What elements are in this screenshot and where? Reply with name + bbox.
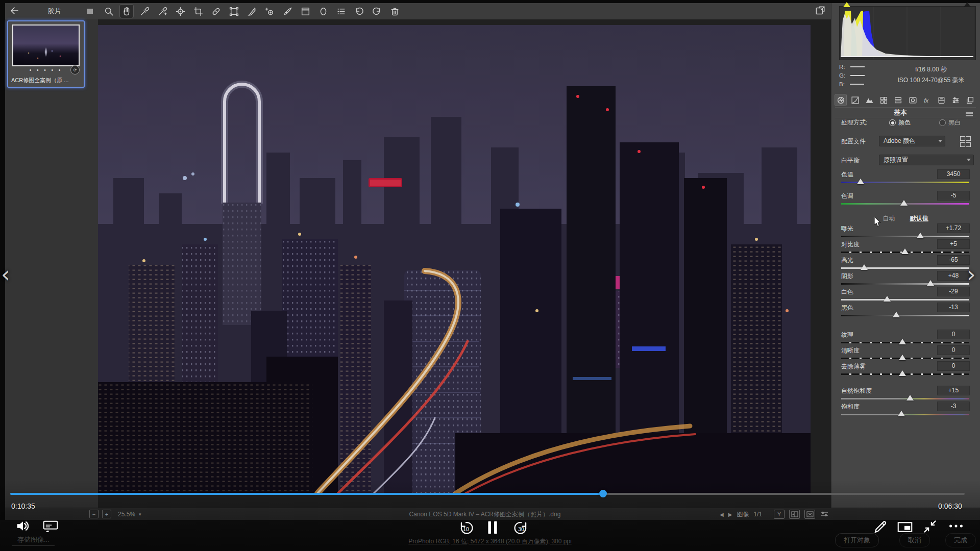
slider-thumb[interactable] — [857, 179, 864, 184]
slider-track[interactable] — [841, 203, 969, 205]
export-icon[interactable] — [815, 5, 826, 16]
save-image-button[interactable]: 存储图像... — [12, 535, 55, 546]
slider-track[interactable] — [841, 398, 969, 399]
slider-value[interactable]: 0 — [937, 345, 970, 355]
done-button[interactable]: 完成 — [945, 533, 976, 547]
color-sampler-icon[interactable] — [156, 5, 169, 18]
adjustment-brush-icon[interactable] — [245, 5, 258, 18]
prev-image-icon[interactable]: ◀ — [720, 512, 724, 517]
default-link[interactable]: 默认值 — [910, 215, 928, 222]
notes-pencil-icon[interactable] — [873, 519, 888, 535]
next-video-chevron[interactable]: › — [967, 261, 976, 287]
filmstrip-menu-icon[interactable] — [87, 9, 93, 14]
slider-value[interactable]: 0 — [937, 361, 970, 371]
tab-detail[interactable] — [864, 94, 875, 106]
graduated-filter-icon[interactable] — [299, 5, 312, 18]
copy-settings-icon[interactable] — [804, 510, 815, 519]
slider-thumb[interactable] — [901, 248, 909, 254]
prev-video-chevron[interactable]: ‹ — [1, 261, 10, 287]
tab-hsl[interactable] — [878, 94, 890, 106]
tab-lens-corrections[interactable] — [907, 94, 918, 106]
wb-select[interactable]: 原照设置 — [879, 155, 974, 165]
hand-icon[interactable] — [120, 5, 133, 18]
tab-calibration[interactable] — [936, 94, 947, 106]
zoom-out-button[interactable]: − — [89, 510, 99, 518]
workflow-options-link[interactable]: ProPhoto RGB; 16 位; 5472 x 3648 (20.0 百万… — [260, 537, 720, 546]
slider-track[interactable] — [841, 358, 969, 359]
slider-value[interactable]: +5 — [937, 239, 970, 249]
more-options-icon[interactable] — [948, 523, 964, 529]
targeted-adjustment-icon[interactable] — [174, 5, 187, 18]
slider-thumb[interactable] — [893, 312, 900, 317]
slider-value[interactable]: -13 — [937, 303, 970, 312]
back-arrow-icon[interactable] — [7, 4, 20, 17]
histogram[interactable] — [839, 6, 976, 60]
slider-track[interactable] — [841, 373, 969, 375]
slider-thumb[interactable] — [900, 200, 908, 206]
slider-track[interactable] — [841, 299, 969, 300]
zoom-dropdown-icon[interactable]: ▾ — [139, 512, 141, 517]
forward-30-icon[interactable]: 30 — [512, 519, 530, 537]
highlight-clipping-icon[interactable] — [964, 2, 971, 7]
pip-icon[interactable] — [897, 521, 913, 533]
exit-fullscreen-icon[interactable] — [923, 519, 937, 534]
tab-split-toning[interactable] — [893, 94, 904, 106]
slider-track[interactable] — [841, 182, 969, 183]
slider-track[interactable] — [841, 342, 969, 343]
volume-icon[interactable] — [15, 518, 31, 534]
process-color-radio[interactable]: 颜色 — [889, 118, 911, 127]
rewind-10-icon[interactable]: 10 — [457, 519, 475, 537]
slider-value[interactable]: +1.72 — [937, 223, 970, 233]
slider-track[interactable] — [841, 252, 969, 253]
process-bw-radio[interactable]: 黑白 — [939, 118, 961, 127]
auto-link[interactable]: 自动 — [883, 215, 895, 222]
panel-menu-icon[interactable] — [966, 112, 973, 114]
open-object-button[interactable]: 打开对象 — [835, 533, 879, 547]
slider-track[interactable] — [841, 236, 969, 237]
slider-thumb[interactable] — [861, 264, 868, 270]
before-after-y-icon[interactable]: Y — [774, 510, 785, 519]
slider-value[interactable]: +48 — [937, 271, 970, 281]
view-mode-icon[interactable] — [820, 511, 829, 518]
presets-list-icon[interactable] — [334, 5, 348, 18]
subtitles-icon[interactable] — [43, 519, 58, 533]
slider-track[interactable] — [841, 267, 969, 269]
cancel-button[interactable]: 取消 — [899, 533, 930, 547]
photo-canvas[interactable] — [98, 25, 811, 493]
pause-button[interactable] — [486, 519, 499, 536]
slider-value[interactable]: 3450 — [937, 169, 970, 179]
crop-icon[interactable] — [191, 5, 205, 18]
slider-thumb[interactable] — [899, 355, 906, 360]
slider-value[interactable]: -29 — [937, 287, 970, 296]
next-image-icon[interactable]: ▶ — [728, 512, 732, 517]
slider-value[interactable]: 0 — [937, 330, 970, 339]
slider-thumb[interactable] — [884, 296, 891, 302]
slider-value[interactable]: -65 — [937, 255, 970, 265]
slider-thumb[interactable] — [899, 370, 906, 376]
slider-value[interactable]: -3 — [937, 402, 970, 411]
white-balance-icon[interactable] — [138, 5, 151, 18]
slider-thumb[interactable] — [927, 280, 934, 286]
tab-presets[interactable] — [950, 94, 962, 106]
transform-icon[interactable] — [227, 5, 240, 18]
undo-icon[interactable] — [352, 5, 365, 18]
slider-track[interactable] — [841, 315, 969, 316]
tab-effects[interactable]: fx — [921, 94, 933, 106]
video-progress-track[interactable] — [10, 493, 965, 495]
delete-icon[interactable] — [388, 5, 401, 18]
thumbnail-selected[interactable]: • • • • • ⟳ ACR修图全案例（原 ... — [7, 20, 85, 88]
profile-select[interactable]: Adobe 颜色 — [879, 136, 945, 146]
red-eye-icon[interactable] — [263, 5, 276, 18]
radial-filter-icon[interactable] — [316, 5, 330, 18]
zoom-in-button[interactable]: + — [102, 510, 111, 518]
slider-thumb[interactable] — [899, 339, 906, 344]
slider-value[interactable]: +15 — [937, 386, 970, 395]
redo-icon[interactable] — [370, 5, 383, 18]
tab-snapshots[interactable] — [965, 94, 976, 106]
spot-removal-icon[interactable] — [209, 5, 223, 18]
slider-track[interactable] — [841, 283, 969, 285]
tab-basic[interactable] — [835, 94, 846, 106]
profile-browser-icon[interactable] — [960, 136, 970, 147]
zoom-icon[interactable] — [102, 5, 115, 18]
shadow-clipping-icon[interactable] — [843, 2, 850, 7]
